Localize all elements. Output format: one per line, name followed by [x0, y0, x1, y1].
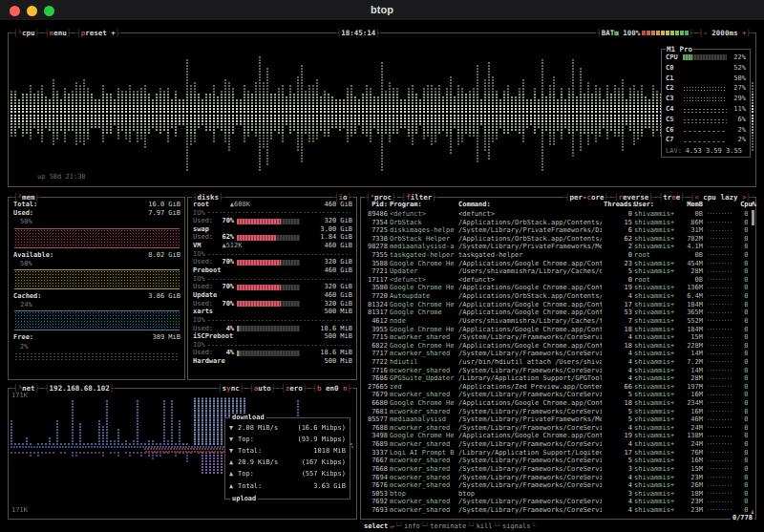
process-row[interactable]: 7679mcworker_shared/System/Library/Frame… — [362, 391, 748, 399]
process-row[interactable]: 7689mcworker_shared/System/Library/Frame… — [362, 440, 748, 449]
column-header[interactable]: Command: — [458, 201, 602, 209]
column-header[interactable]: Threads: — [604, 201, 632, 209]
disk-name-row[interactable]: Hardware500 MiB — [193, 357, 352, 366]
core-label: C6 — [666, 126, 683, 135]
core-percent: 29% — [727, 95, 746, 103]
interval-minus-button[interactable]: - — [703, 29, 708, 37]
process-row[interactable]: 7667mcworker_shared/System/Library/Frame… — [362, 457, 748, 465]
disk-name-row[interactable]: Update460 GiB — [193, 291, 352, 300]
process-row[interactable]: 89486<defunct><defunct>0shivammis+0B0.0 — [362, 210, 748, 219]
scrollbar-thumb[interactable] — [752, 210, 754, 225]
process-threads: 15 — [604, 219, 632, 227]
process-row[interactable]: 6680Google Chrome He/Applications/Google… — [362, 399, 748, 408]
process-mem: 31M — [678, 226, 703, 235]
process-mem-graph — [707, 410, 732, 414]
terminate-button[interactable]: terminate — [430, 522, 466, 531]
cpu-model-title: M1 Pro — [666, 45, 693, 53]
scroll-up-arrow[interactable]: ↑ — [751, 201, 754, 209]
select-button[interactable]: select↵ — [364, 522, 394, 531]
process-row[interactable]: 4612node/Users/shivammishra/Library/Cach… — [362, 317, 748, 326]
process-row[interactable]: 7686GPGSuite_Updater/Library/Application… — [362, 374, 748, 383]
signals-button[interactable]: signals — [502, 522, 531, 531]
process-row[interactable]: 7692mcworker_shared/System/Library/Frame… — [362, 498, 748, 506]
process-command: /Applications/Google Chrome.app/Cont — [458, 260, 602, 268]
process-row[interactable]: 81324Google Chrome He/Applications/Googl… — [362, 301, 748, 309]
process-cpu: 0.0 — [735, 367, 748, 375]
disk-name-row[interactable]: root▲608K460 GiB — [193, 201, 352, 209]
disk-name-row[interactable]: xarts500 MiB — [193, 308, 352, 316]
process-row[interactable]: 3588Google Chrome He/Applications/Google… — [362, 260, 748, 268]
process-row[interactable]: 3955Google Chrome He/Applications/Google… — [362, 326, 748, 334]
net-interface-selector[interactable]: ┤b en0 n├ — [311, 384, 352, 393]
update-interval[interactable]: ┤- 2000ms +├ — [698, 29, 752, 37]
process-mem-graph — [707, 278, 732, 282]
process-row[interactable]: 3580Google Chrome He/Applications/Google… — [362, 284, 748, 292]
process-pid: 4612 — [365, 317, 388, 326]
column-header[interactable]: Pid: — [365, 201, 388, 209]
column-header[interactable]: MemB — [678, 201, 703, 209]
process-mem-graph — [707, 500, 732, 504]
process-row[interactable]: 7693mcworker_shared/System/Library/Frame… — [362, 506, 748, 515]
download-arrow-icon: ▼ — [229, 436, 238, 444]
process-mem-graph — [707, 418, 732, 422]
process-row[interactable]: 7676mcworker_shared/System/Library/Frame… — [362, 481, 748, 490]
disk-used-value: 320 GiB — [324, 258, 352, 266]
disk-name-row[interactable]: Preboot460 GiB — [193, 266, 352, 275]
process-row[interactable]: 6822Google Chrome He/Applications/Google… — [362, 342, 748, 351]
net-toggle-sync[interactable]: ┤sync├ — [217, 384, 244, 393]
process-mem: 0B — [678, 251, 703, 260]
process-row[interactable]: 17117<defunct><defunct>0root0B0.0 — [362, 276, 748, 285]
process-command: /Applications/Google Chrome.app/Cont — [458, 399, 602, 408]
process-row[interactable]: 98278mediaanalysisd-a/System/Library/Pri… — [362, 243, 748, 251]
cpu-box-title[interactable]: ┤¹cpu├ — [12, 29, 40, 37]
process-row[interactable]: 7722hdiutil/usr/bin/hdiutil attach /User… — [362, 358, 748, 367]
process-row[interactable]: 7338OrbStack Helper/Applications/OrbStac… — [362, 235, 748, 244]
preset-button[interactable]: ┤preset +├ — [75, 29, 120, 37]
disk-used-row: Used:62%1.84 GiB — [193, 234, 352, 243]
process-threads: 7 — [604, 317, 632, 326]
kill-button[interactable]: kill — [477, 522, 493, 531]
core-percent: 22% — [727, 53, 746, 62]
process-row[interactable]: 3337Logi AI Prompt B/Library/Application… — [362, 449, 748, 458]
net-toggle-zero[interactable]: ┤zero├ — [280, 384, 308, 393]
process-cpu: 0.0 — [735, 490, 748, 499]
process-row[interactable]: 7716mcworker_shared/System/Library/Frame… — [362, 367, 748, 375]
process-row[interactable]: 5053btopbtop3shivammis+18M0.0 — [362, 490, 748, 499]
column-header[interactable]: Program: — [390, 201, 456, 209]
menu-button[interactable]: ┤menu├ — [44, 29, 72, 37]
process-user: shivammis+ — [634, 383, 676, 392]
process-mem: 86M — [678, 219, 703, 227]
process-row[interactable]: 7725diskimages-helpe/System/Library/Priv… — [362, 226, 748, 235]
process-row[interactable]: 27665zed/Applications/Zed Preview.app/Co… — [362, 383, 748, 392]
process-row[interactable]: 3498Google Chrome He/Applications/Google… — [362, 432, 748, 440]
process-row[interactable]: 7715mcworker_shared/System/Library/Frame… — [362, 333, 748, 342]
process-mem: 104M — [678, 301, 703, 309]
disk-name-row[interactable]: swap3.00 GiB — [193, 225, 352, 234]
footer-separator: └ — [531, 522, 535, 531]
column-header[interactable]: User: — [634, 201, 676, 209]
process-row[interactable]: 7688mcworker_shared/System/Library/Frame… — [362, 424, 748, 433]
process-threads: 23 — [604, 260, 632, 268]
core-percent: 27% — [727, 84, 746, 93]
net-toggle-auto[interactable]: ┤auto├ — [248, 384, 276, 393]
process-row[interactable]: 7354OrbStack/Applications/OrbStack.app/C… — [362, 219, 748, 227]
process-row[interactable]: 7668mcworker_shared/System/Library/Frame… — [362, 465, 748, 474]
process-user: shivammis+ — [634, 301, 676, 309]
process-row[interactable]: 7355taskgated-helpertaskgated-helper0roo… — [362, 251, 748, 260]
process-program: mcworker_shared — [390, 440, 456, 449]
net-stat-value: (16.6 Mibps) — [297, 424, 346, 433]
process-row[interactable]: 85577mediaanalysisd/System/Library/Priva… — [362, 415, 748, 424]
process-row[interactable]: 7721Updater/Users/shivammishra/Library/C… — [362, 267, 748, 276]
process-row[interactable]: 7694mcworker_shared/System/Library/Frame… — [362, 474, 748, 482]
disk-name-row[interactable]: VM▲512K460 GiB — [193, 242, 352, 250]
disk-used-value: 320 GiB — [324, 283, 352, 291]
process-row[interactable]: 7681mcworker_shared/System/Library/Frame… — [362, 408, 748, 416]
process-row[interactable]: 7720Autoupdate/Applications/OrbStack.app… — [362, 292, 748, 301]
process-row[interactable]: 81317Google Chrome/Applications/Google C… — [362, 309, 748, 317]
disk-name-row[interactable]: iSCPreboot500 MiB — [193, 332, 352, 341]
process-pid: 27665 — [365, 383, 388, 392]
process-row[interactable]: 7717mcworker_shared/System/Library/Frame… — [362, 350, 748, 358]
process-cpu: 0.0 — [735, 465, 748, 474]
process-cpu: 0.0 — [735, 267, 748, 276]
info-button[interactable]: info — [404, 522, 420, 531]
